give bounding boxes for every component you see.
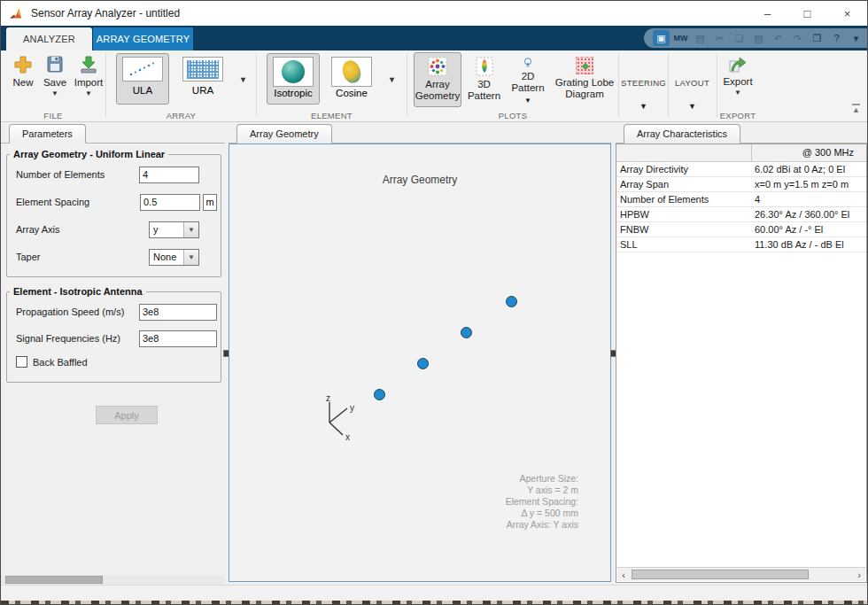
signal-frequencies-input[interactable] [139,330,217,347]
characteristic-value: 60.00° Az / -° El [751,221,866,237]
minimize-button[interactable]: – [748,1,787,26]
back-baffled-checkbox[interactable] [16,356,27,368]
tab-array-characteristics[interactable]: Array Characteristics [624,124,740,143]
apply-button[interactable]: Apply [96,406,158,424]
collapse-ribbon-icon[interactable]: ▲ [852,104,860,114]
pattern-2d-button[interactable]: 2D Pattern ▼ [506,52,550,107]
ula-button[interactable]: ULA [116,53,169,105]
pattern-3d-label-2: Pattern [468,90,500,101]
grating-lobe-button[interactable]: Grating Lobe Diagram [552,52,617,107]
tab-parameters[interactable]: Parameters [9,124,86,143]
taper-select[interactable]: None ▼ [149,249,199,266]
desktop-icon[interactable]: ▣ [653,30,670,46]
pattern-2d-label-2: Pattern [511,82,544,93]
characteristic-label: SLL [616,237,751,252]
parameters-panel: Parameters Array Geometry - Uniform Line… [1,122,225,585]
characteristics-row: SLL11.30 dB Az / - dB El [616,237,866,252]
element-groupbox: Element - Isotropic Antenna Propagation … [6,291,221,383]
new-icon [12,54,34,75]
import-button[interactable]: Import ▼ [72,54,105,97]
hscroll-right-arrow-icon[interactable]: › [853,568,865,581]
cosine-button[interactable]: Cosine [325,53,378,105]
save-button[interactable]: Save ▼ [40,54,70,97]
characteristics-tabrow: Array Characteristics [616,122,868,143]
characteristics-row: FNBW60.00° Az / -° El [616,221,866,237]
ribbon-group-file: New Save ▼ Import ▼ FILE [1,50,105,121]
windows-icon[interactable]: ❐ [809,30,825,46]
layout-dropdown-icon[interactable]: ▼ [669,102,716,111]
axis-y-label: y [350,403,354,413]
quick-access-toolbar: ▣MW▤✂❏▧↶↷❐?▾ [644,28,867,48]
ribbon-group-layout[interactable]: LAYOUT ▼ [669,50,716,121]
mathworks-icon[interactable]: MW [672,30,689,46]
array-axis-select[interactable]: y ▼ [149,221,199,238]
spacing-unit-button[interactable]: m [203,194,217,211]
characteristics-table: @ 300 MHz Array Directivity6.02 dBi at 0… [616,144,866,252]
paste-icon: ▧ [750,30,767,46]
save-dropdown-arrow-icon[interactable]: ▼ [51,90,58,97]
array-group-label: ARRAY [106,111,256,120]
import-label: Import [74,77,104,89]
parameters-hscroll-thumb[interactable] [5,576,103,584]
export-dropdown-icon[interactable]: ▼ [734,89,741,97]
close-button[interactable]: × [827,1,867,26]
characteristics-header-empty [616,144,751,161]
dropdown-icon[interactable]: ▾ [848,30,864,46]
taper-label: Taper [16,252,149,262]
parameters-hscrollbar[interactable] [1,575,225,585]
characteristics-content: @ 300 MHz Array Directivity6.02 dBi at 0… [616,143,867,583]
element-gallery-expand-icon[interactable]: ▼ [388,75,396,84]
ura-button[interactable]: URA [176,53,229,105]
axis-x-label: x [345,432,350,442]
help-icon[interactable]: ? [828,30,845,46]
ura-label: URA [192,85,213,96]
toolstrip-tabbar: ANALYZER ARRAY GEOMETRY ▣MW▤✂❏▧↶↷❐?▾ [1,26,867,50]
tab-array-geometry-doc[interactable]: Array Geometry [236,124,332,143]
array-gallery-expand-icon[interactable]: ▼ [239,75,247,84]
isotropic-button[interactable]: Isotropic [267,53,320,105]
array-geometry-plot-icon [428,57,447,76]
characteristic-value: 4 [751,191,866,206]
num-elements-input[interactable] [139,167,199,183]
ribbon-group-steering[interactable]: STEERING ▼ [619,50,668,121]
annotation-line: Element Spacing: [506,496,578,508]
characteristics-hscrollbar[interactable]: ‹ › [617,567,865,581]
grating-lobe-icon [576,57,593,74]
redo-icon: ↷ [789,30,806,46]
tab-array-geometry[interactable]: ARRAY GEOMETRY [93,27,193,50]
pattern-3d-button[interactable]: 3D Pattern [464,52,504,107]
save-label: Save [43,77,66,89]
characteristics-row: Number of Elements4 [616,191,866,206]
new-button[interactable]: New [8,54,38,89]
array-geometry-plot-label-1: Array [425,79,449,89]
back-baffled-label: Back Baffled [33,357,88,368]
pattern-2d-dropdown-icon[interactable]: ▼ [524,97,531,105]
characteristics-hscroll-thumb[interactable] [632,570,809,579]
window-title: Sensor Array Analyzer - untitled [31,7,748,19]
save-icon: ▤ [692,30,709,46]
annotation-line: Δ y = 500 mm [506,508,578,519]
parameters-content: Array Geometry - Uniform Linear Number o… [1,143,225,574]
taper-chevron-icon: ▼ [183,250,198,265]
import-dropdown-arrow-icon[interactable]: ▼ [85,90,92,97]
array-geometry-plot-button[interactable]: Array Geometry [414,52,461,107]
pattern-3d-icon [475,57,494,76]
array-element-marker [417,358,429,369]
plot-title: Array Geometry [229,174,610,186]
maximize-button[interactable]: □ [787,1,827,26]
ribbon-group-array: ULA URA ▼ ARRAY [106,50,256,121]
characteristics-frequency-header: @ 300 MHz [751,144,866,161]
element-spacing-input[interactable] [140,194,200,211]
array-axis-label: Array Axis [16,224,149,235]
axis-z-label: z [326,393,330,403]
hscroll-left-arrow-icon[interactable]: ‹ [617,568,630,581]
tab-analyzer[interactable]: ANALYZER [6,27,92,50]
isotropic-icon [273,57,314,87]
array-element-marker [374,389,385,400]
array-axis-chevron-icon: ▼ [183,222,198,237]
main-area: Parameters Array Geometry - Uniform Line… [1,122,867,585]
array-geometry-groupbox: Array Geometry - Uniform Linear Number o… [6,154,221,277]
propagation-speed-input[interactable] [139,304,217,321]
export-button[interactable]: Export ▼ [720,53,756,97]
steering-dropdown-icon[interactable]: ▼ [619,102,668,111]
